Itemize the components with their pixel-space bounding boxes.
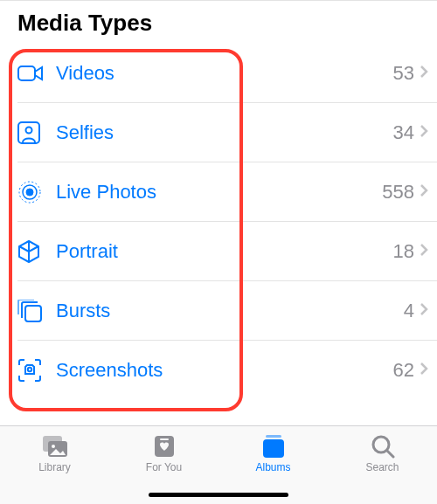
media-type-videos[interactable]: Videos 53 [17,44,437,103]
row-label: Live Photos [56,181,382,204]
chevron-right-icon [420,183,428,201]
chevron-right-icon [420,65,428,82]
row-label: Videos [56,62,393,85]
live-photos-icon [17,180,56,204]
media-types-list: Videos 53 Selfies 34 Live Photos [0,44,437,400]
media-type-screenshots[interactable]: Screenshots 62 [17,341,437,400]
svg-point-2 [26,127,32,133]
row-count: 34 [393,121,414,144]
row-label: Screenshots [56,359,393,382]
albums-tab-icon [260,433,287,459]
tab-library[interactable]: Library [0,433,109,504]
svg-point-10 [52,445,55,448]
chevron-right-icon [420,362,428,379]
row-label: Selfies [56,121,393,144]
svg-point-3 [26,189,33,196]
tab-label: Albums [255,461,290,473]
tab-label: Library [38,461,71,473]
svg-rect-6 [25,306,41,321]
section-title: Media Types [0,0,437,44]
video-icon [17,64,56,83]
library-tab-icon [41,433,69,459]
media-type-live-photos[interactable]: Live Photos 558 [17,162,437,222]
media-type-selfies[interactable]: Selfies 34 [17,103,437,162]
row-count: 558 [382,181,414,204]
chevron-right-icon [420,302,428,320]
screenshots-icon [17,358,56,383]
svg-point-7 [28,368,31,371]
foryou-tab-icon [153,433,176,459]
row-count: 18 [393,240,414,263]
svg-rect-12 [160,438,169,440]
row-label: Bursts [56,300,404,322]
bursts-icon [17,300,56,322]
search-tab-icon [371,433,395,459]
portrait-icon [17,239,56,264]
tab-search[interactable]: Search [328,433,437,504]
chevron-right-icon [420,243,428,260]
svg-rect-0 [18,66,35,80]
row-count: 62 [393,359,414,382]
svg-rect-14 [263,439,284,458]
row-label: Portrait [56,240,393,263]
media-type-bursts[interactable]: Bursts 4 [17,281,437,341]
tab-label: Search [365,461,399,473]
tab-label: For You [146,461,182,473]
media-type-portrait[interactable]: Portrait 18 [17,222,437,281]
selfies-icon [17,121,56,144]
svg-rect-13 [266,435,281,438]
row-count: 4 [404,300,414,322]
chevron-right-icon [420,124,428,142]
home-indicator[interactable] [149,493,288,497]
row-count: 53 [393,62,414,85]
